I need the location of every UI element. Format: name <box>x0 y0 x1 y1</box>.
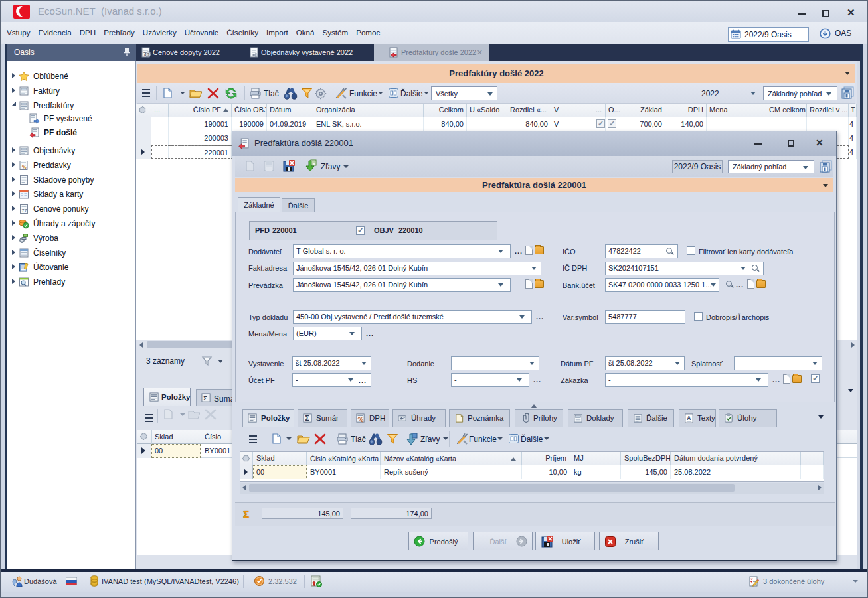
svg-text:77: 77 <box>22 208 27 213</box>
svg-text:%: % <box>22 164 27 170</box>
svg-text:Σ: Σ <box>203 395 207 402</box>
svg-text:A: A <box>687 415 691 421</box>
svg-text:?: ? <box>147 52 149 57</box>
svg-text:Σ: Σ <box>305 415 309 422</box>
